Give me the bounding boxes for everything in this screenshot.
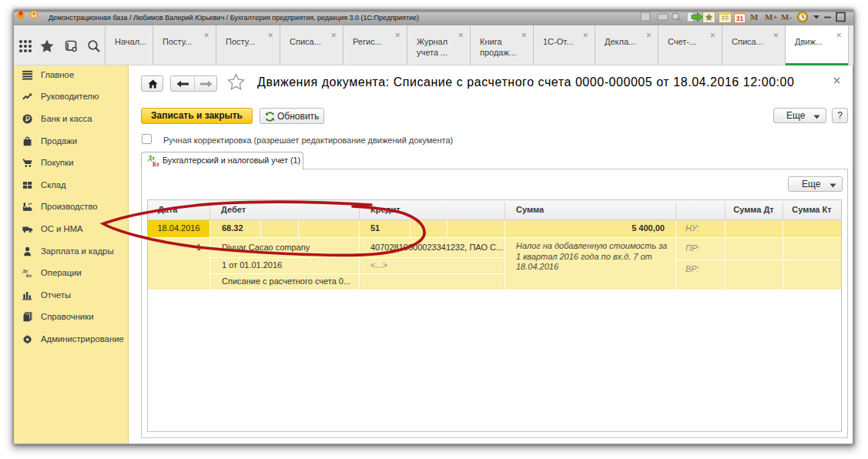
svg-text:M+: M+ bbox=[765, 12, 778, 22]
svg-text:M: M bbox=[750, 12, 759, 22]
svg-text:Дт: Дт bbox=[22, 269, 28, 273]
svg-text:Кт: Кт bbox=[26, 273, 32, 278]
svg-text:M-: M- bbox=[781, 12, 792, 22]
svg-text:31: 31 bbox=[736, 15, 744, 22]
